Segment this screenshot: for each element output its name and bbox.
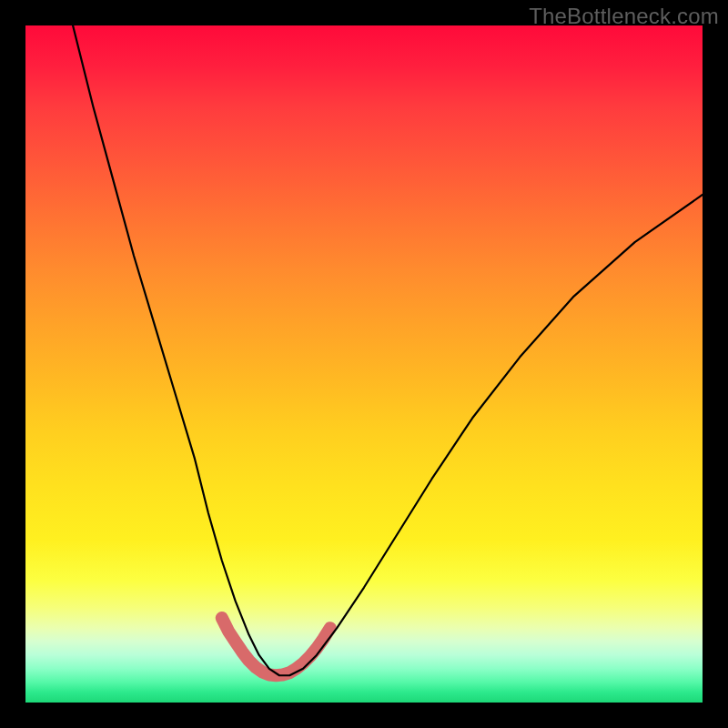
main-curve: [73, 25, 703, 675]
chart-frame: TheBottleneck.com: [0, 0, 728, 728]
watermark-text: TheBottleneck.com: [529, 4, 719, 29]
curve-layer: [25, 25, 703, 703]
highlight-path: [222, 618, 330, 675]
plot-area: [25, 25, 703, 703]
